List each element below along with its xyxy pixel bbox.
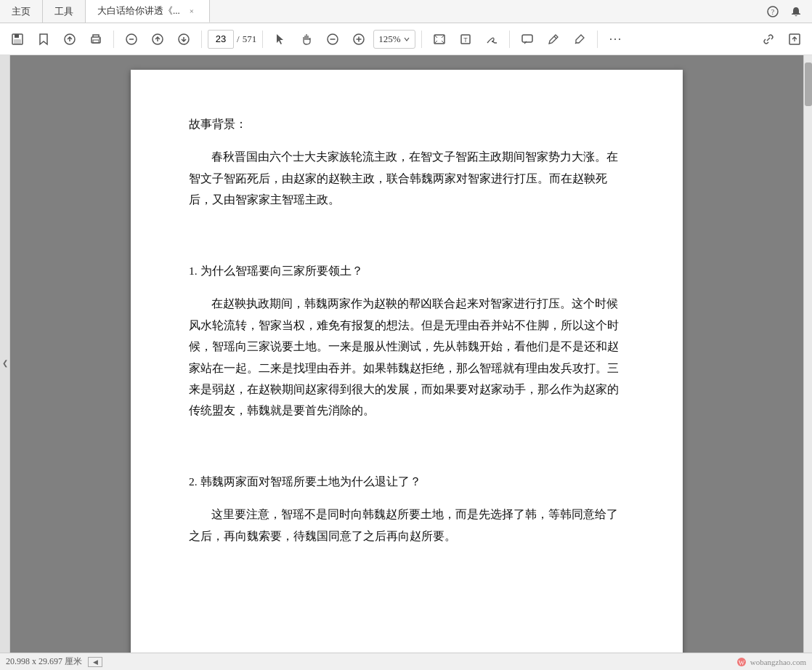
zoom-out-button[interactable]: [120, 28, 143, 51]
zoom-level-selector[interactable]: 125%: [373, 30, 415, 49]
toolbar: / 571 125% T: [0, 23, 812, 55]
hand-tool-button[interactable]: [295, 28, 318, 51]
zoom-up-button[interactable]: [146, 28, 169, 51]
svg-rect-3: [15, 34, 19, 38]
print-button[interactable]: [84, 28, 107, 51]
share-button[interactable]: [783, 28, 806, 51]
dimensions-label: 20.998 x 29.697 厘米: [6, 655, 82, 668]
svg-rect-4: [14, 39, 21, 44]
menu-tools[interactable]: 工具: [43, 0, 86, 23]
doc-tab[interactable]: 大白话给你讲透《... ×: [86, 0, 210, 23]
bookmark-button[interactable]: [32, 28, 55, 51]
question-2-title: 2. 韩魏两家面对智瑶所要土地为什么退让了？: [189, 471, 625, 492]
pen-button[interactable]: [542, 28, 565, 51]
separator-1: [113, 31, 114, 48]
watermark-area: W wobangzhao.com: [736, 656, 806, 668]
separator-6: [597, 31, 598, 48]
spacer-1: [189, 217, 625, 237]
para3-text: 这里要注意，智瑶不是同时向韩魏赵所要土地，而是先选择了韩，等韩同意给了之后，再向…: [189, 508, 618, 541]
watermark-icon: W: [736, 656, 747, 668]
left-panel-toggle[interactable]: ❮: [0, 55, 10, 670]
para2-text: 在赵鞅执政期间，韩魏两家作为赵鞅的帮凶联合起来对智家进行打压。这个时候风水轮流转…: [189, 297, 619, 416]
paragraph-3: 这里要注意，智瑶不是同时向韩魏赵所要土地，而是先选择了韩，等韩同意给了之后，再向…: [189, 504, 625, 546]
vertical-scrollbar[interactable]: [803, 55, 812, 670]
zoom-out-circle-button[interactable]: [321, 28, 344, 51]
text-select-button[interactable]: T: [454, 28, 477, 51]
tab-close-button[interactable]: ×: [186, 5, 198, 17]
svg-text:T: T: [464, 36, 468, 44]
pdf-container: 故事背景： 春秋晋国由六个士大夫家族轮流主政，在智文子智跖主政期间智家势力大涨。…: [10, 55, 803, 670]
fit-page-button[interactable]: [428, 28, 451, 51]
status-bar-right: W wobangzhao.com: [736, 656, 806, 668]
pdf-page: 故事背景： 春秋晋国由六个士大夫家族轮流主政，在智文子智跖主政期间智家势力大涨。…: [131, 70, 683, 666]
sign-button[interactable]: [480, 28, 503, 51]
question-1-title: 1. 为什么智瑶要向三家所要领土？: [189, 260, 625, 281]
para1-text: 春秋晋国由六个士大夫家族轮流主政，在智文子智跖主政期间智家势力大涨。在智文子智跖…: [189, 150, 618, 206]
toggle-arrow-icon: ❮: [2, 359, 8, 367]
paragraph-2: 在赵鞅执政期间，韩魏两家作为赵鞅的帮凶联合起来对智家进行打压。这个时候风水轮流转…: [189, 293, 625, 421]
q1-title-text: 1. 为什么智瑶要向三家所要领土？: [189, 265, 363, 277]
spacer-2: [189, 427, 625, 448]
svg-rect-17: [522, 35, 532, 42]
svg-text:W: W: [738, 659, 744, 666]
highlight-button[interactable]: [568, 28, 591, 51]
page-number-wrap: / 571: [208, 30, 256, 49]
zoom-in-circle-button[interactable]: [347, 28, 370, 51]
upload-button[interactable]: [58, 28, 81, 51]
close-icon: ×: [190, 7, 194, 15]
comment-button[interactable]: [516, 28, 539, 51]
svg-text:?: ?: [771, 8, 775, 16]
save-button[interactable]: [6, 28, 29, 51]
tools-label: 工具: [54, 5, 73, 18]
bell-icon-button[interactable]: [789, 4, 803, 19]
more-button[interactable]: ···: [604, 28, 627, 51]
watermark-text: wobangzhao.com: [750, 658, 806, 666]
section-title-text: 故事背景：: [189, 118, 247, 130]
cursor-tool-button[interactable]: [269, 28, 292, 51]
link-button[interactable]: [757, 28, 780, 51]
title-bar-right: ?: [766, 4, 812, 19]
separator-2: [201, 31, 202, 48]
page-total: 571: [243, 33, 257, 45]
page-separator: /: [237, 33, 240, 45]
doc-tab-label: 大白话给你讲透《...: [97, 4, 180, 17]
q2-title-text: 2. 韩魏两家面对智瑶所要土地为什么退让了？: [189, 475, 421, 488]
zoom-down-button[interactable]: [172, 28, 195, 51]
scrollbar-thumb[interactable]: [805, 62, 812, 106]
page-number-input[interactable]: [208, 30, 234, 49]
menu-home[interactable]: 主页: [0, 0, 43, 23]
home-label: 主页: [12, 5, 31, 18]
panel-toggle-button[interactable]: ◀: [88, 657, 102, 667]
section-title: 故事背景：: [189, 113, 625, 134]
separator-3: [262, 31, 263, 48]
separator-5: [509, 31, 510, 48]
zoom-level-value: 125%: [378, 33, 400, 45]
status-bar: 20.998 x 29.697 厘米 ◀ W wobangzhao.com: [0, 653, 812, 670]
separator-4: [421, 31, 422, 48]
help-icon-button[interactable]: ?: [766, 4, 780, 19]
title-bar: 主页 工具 大白话给你讲透《... × ?: [0, 0, 812, 23]
paragraph-1: 春秋晋国由六个士大夫家族轮流主政，在智文子智跖主政期间智家势力大涨。在智文子智跖…: [189, 146, 625, 210]
svg-rect-8: [99, 39, 100, 39]
main-area: ❮ 故事背景： 春秋晋国由六个士大夫家族轮流主政，在智文子智跖主政期间智家势力大…: [0, 55, 812, 670]
